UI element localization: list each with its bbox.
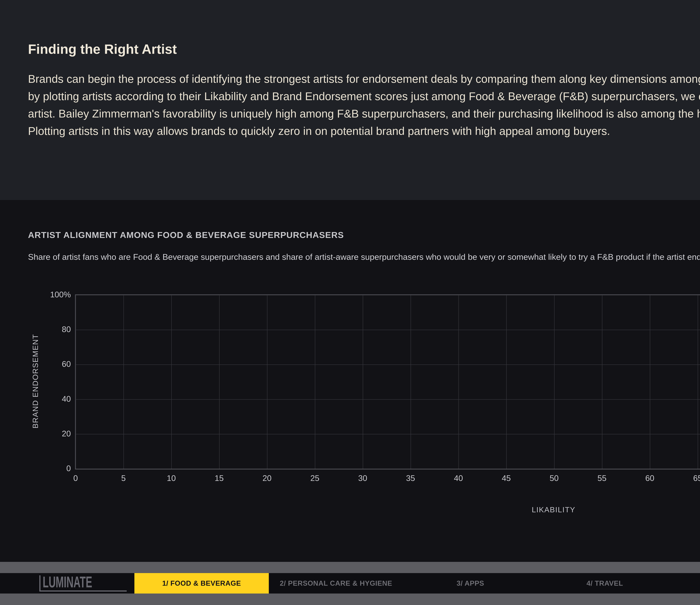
intro-paragraph: Brands can begin the process of identify… [28, 70, 700, 140]
x-tick-label: 0 [73, 474, 78, 483]
x-axis-tick-labels: 0510152025303540455055606570758085909510… [76, 474, 700, 485]
tab-personal-care-hygiene[interactable]: 2/ PERSONAL CARE & HYGIENE [269, 573, 403, 594]
tab-apps[interactable]: 3/ APPS [403, 573, 538, 594]
intro-section: Finding the Right Artist Brands can begi… [0, 0, 700, 200]
x-tick-label: 65 [693, 474, 700, 483]
tab-travel[interactable]: 4/ TRAVEL [538, 573, 672, 594]
chart-section: ARTIST ALIGNMENT AMONG FOOD & BEVERAGE S… [0, 200, 700, 605]
report-page: Finding the Right Artist Brands can begi… [0, 0, 700, 605]
x-tick-label: 35 [406, 474, 415, 483]
tab-telecom[interactable]: 5/ TELECOM [672, 573, 700, 594]
x-tick-label: 10 [167, 474, 176, 483]
y-tick-label: 20 [0, 429, 71, 438]
x-tick-label: 45 [502, 474, 511, 483]
x-tick-label: 40 [454, 474, 463, 483]
x-tick-label: 60 [645, 474, 654, 483]
x-tick-label: 20 [262, 474, 272, 483]
x-tick-label: 55 [598, 474, 607, 483]
page-title: Finding the Right Artist [28, 42, 177, 57]
x-tick-label: 50 [550, 474, 559, 483]
x-axis-title: LIKABILITY [532, 505, 575, 514]
y-axis-title: BRAND ENDORSEMENT [31, 334, 40, 429]
x-tick-label: 5 [121, 474, 126, 483]
x-tick-label: 30 [358, 474, 367, 483]
y-tick-label: 80 [0, 324, 71, 334]
luminate-logo: LUMINATE [39, 575, 127, 591]
footer-bar: LUMINATE 1/ FOOD & BEVERAGE2/ PERSONAL C… [0, 562, 700, 605]
x-tick-label: 25 [310, 474, 320, 483]
x-tick-label: 15 [215, 474, 224, 483]
y-tick-label: 0 [0, 464, 71, 473]
chart-heading: ARTIST ALIGNMENT AMONG FOOD & BEVERAGE S… [28, 230, 344, 240]
tab-food-beverage[interactable]: 1/ FOOD & BEVERAGE [134, 573, 269, 594]
y-tick-label: 100% [0, 290, 71, 299]
chart-subheading: Share of artist fans who are Food & Beve… [28, 252, 700, 262]
category-tab-row: LUMINATE 1/ FOOD & BEVERAGE2/ PERSONAL C… [0, 573, 700, 594]
luminate-logo-text: LUMINATE [43, 575, 92, 589]
scatter-plot-grid [75, 294, 700, 469]
